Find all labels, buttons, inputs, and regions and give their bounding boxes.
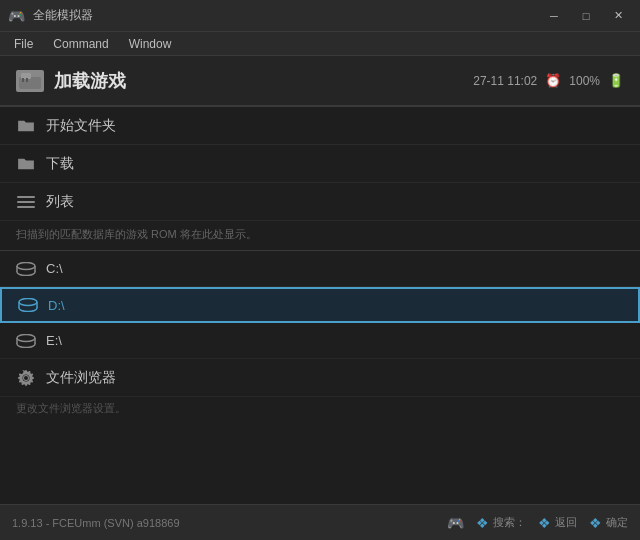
back-arrow-icon: ❖ [538,515,551,531]
gamepad-icon: 🎮 [447,515,464,531]
page-title: 加载游戏 [54,69,126,93]
menu-file[interactable]: File [4,32,43,56]
drive-c-icon [16,261,36,277]
list-icon [16,194,36,210]
maximize-button[interactable]: □ [572,6,600,26]
search-arrow-icon: ❖ [476,515,489,531]
download-entry[interactable]: 下载 [0,145,640,183]
app-icon: 🎮 [8,8,25,24]
title-bar-left: 🎮 全能模拟器 [8,7,93,24]
nav-controller-icon: 🎮 [447,515,464,531]
svg-rect-5 [17,201,35,203]
page-header: 加载游戏 27-11 11:02 ⏰ 100% 🔋 [0,56,640,106]
list-label: 列表 [46,193,74,211]
datetime-text: 27-11 11:02 [473,74,537,88]
confirm-arrow-icon: ❖ [589,515,602,531]
battery-icon: 🔋 [608,73,624,88]
battery-text: 100% [569,74,600,88]
svg-rect-6 [17,206,35,208]
browser-settings-text-area: 更改文件浏览器设置。 [0,397,640,424]
page-header-right: 27-11 11:02 ⏰ 100% 🔋 [473,73,624,88]
confirm-label: 确定 [606,515,628,530]
drive-d-label: D:\ [48,298,65,313]
start-folder-entry[interactable]: 开始文件夹 [0,107,640,145]
version-text: 1.9.13 - FCEUmm (SVN) a918869 [12,517,180,529]
drive-e-entry[interactable]: E:\ [0,323,640,359]
browser-label: 文件浏览器 [46,369,116,387]
info-text: 扫描到的匹配数据库的游戏 ROM 将在此处显示。 [0,221,640,250]
app-title: 全能模拟器 [33,7,93,24]
download-label: 下载 [46,155,74,173]
drive-d-entry[interactable]: D:\ [0,287,640,323]
svg-rect-4 [17,196,35,198]
drive-e-label: E:\ [46,333,62,348]
list-entry[interactable]: 列表 [0,183,640,221]
browser-settings-text-content: 更改文件浏览器设置。 [16,402,126,414]
browser-entry[interactable]: 文件浏览器 [0,359,640,397]
search-label: 搜索： [493,515,526,530]
drive-c-label: C:\ [46,261,63,276]
drive-e-icon [16,333,36,349]
status-nav: 🎮 ❖ 搜索： ❖ 返回 ❖ 确定 [447,515,628,531]
close-button[interactable]: ✕ [604,6,632,26]
clock-icon: ⏰ [545,73,561,88]
folder-icon [16,118,36,134]
info-text-content: 扫描到的匹配数据库的游戏 ROM 将在此处显示。 [16,228,257,240]
minimize-button[interactable]: ─ [540,6,568,26]
window-controls: ─ □ ✕ [540,6,632,26]
status-bar: 1.9.13 - FCEUmm (SVN) a918869 🎮 ❖ 搜索： ❖ … [0,504,640,540]
drive-d-icon [18,297,38,313]
drive-c-entry[interactable]: C:\ [0,251,640,287]
page-header-icon [16,70,44,92]
menu-bar: File Command Window [0,32,640,56]
svg-rect-2 [22,78,24,82]
main-content: 开始文件夹 下载 列表 扫描到的匹配数据库的游戏 ROM 将在此处显示。 [0,107,640,424]
menu-command[interactable]: Command [43,32,118,56]
download-folder-icon [16,156,36,172]
svg-rect-3 [26,78,28,82]
page-header-left: 加载游戏 [16,69,126,93]
browser-gear-icon [16,370,36,386]
menu-window[interactable]: Window [119,32,182,56]
title-bar: 🎮 全能模拟器 ─ □ ✕ [0,0,640,32]
back-label: 返回 [555,515,577,530]
confirm-nav[interactable]: ❖ 确定 [589,515,628,531]
start-folder-label: 开始文件夹 [46,117,116,135]
back-nav[interactable]: ❖ 返回 [538,515,577,531]
search-nav[interactable]: ❖ 搜索： [476,515,526,531]
